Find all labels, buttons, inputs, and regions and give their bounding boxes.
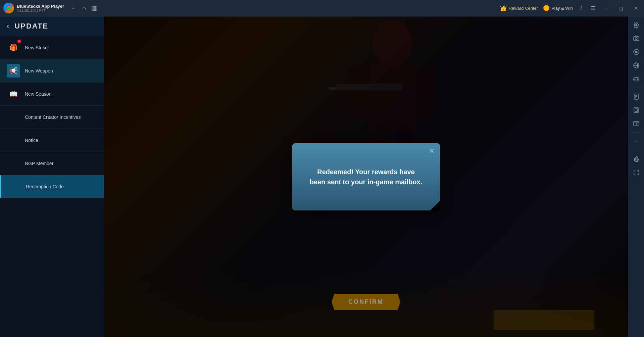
menu-label-content-creator: Content Creator Incentives (25, 114, 81, 120)
modal-close-button[interactable]: ✕ (429, 147, 435, 155)
modal-dialog: ✕ Redeemed! Your rewards have been sent … (292, 143, 440, 210)
home-nav-button[interactable]: ⌂ (82, 5, 86, 12)
toolbar-more-icon[interactable]: ··· (630, 135, 642, 147)
svg-point-33 (635, 158, 637, 160)
toolbar-gamepad-icon[interactable] (630, 73, 642, 85)
notice-icon (7, 134, 20, 147)
multi-instance-button[interactable]: ▦ (91, 4, 97, 12)
toolbar-resize-icon[interactable] (630, 104, 642, 116)
back-nav-button[interactable]: ← (71, 5, 77, 12)
svg-point-10 (635, 24, 637, 26)
dots-label: ··· (634, 139, 638, 144)
main-content: ‹ UPDATE 🎁 New Striker 📢 New Weapon 📖 Ne… (0, 16, 644, 337)
help-icon[interactable]: ? (578, 4, 584, 12)
svg-rect-28 (634, 108, 639, 112)
content-creator-icon (7, 110, 20, 124)
menu-item-notice[interactable]: Notice (0, 129, 104, 152)
menu-item-redemption-code[interactable]: Redemption Code (0, 175, 104, 198)
sidebar-header: ‹ UPDATE (0, 16, 104, 36)
menu-item-ngp-member[interactable]: NGP Member (0, 152, 104, 175)
right-toolbar: ··· (628, 16, 644, 337)
modal-message: Redeemed! Your rewards have been sent to… (309, 167, 423, 187)
menu-label-new-season: New Season (25, 91, 51, 97)
toolbar-settings-icon[interactable] (630, 19, 642, 31)
modal-overlay: ✕ Redeemed! Your rewards have been sent … (104, 16, 628, 337)
title-bar-right: 👑 Reward Center Play & Win ? ☰ − ◻ ✕ (500, 4, 641, 13)
crown-icon: 👑 (500, 5, 507, 11)
app-version: 5.21.101.1002 P64 (17, 9, 64, 12)
play-win-label: Play & Win (551, 6, 573, 11)
sidebar-menu: 🎁 New Striker 📢 New Weapon 📖 New Season … (0, 36, 104, 337)
menu-label-redemption-code: Redemption Code (26, 184, 64, 189)
menu-item-new-striker[interactable]: 🎁 New Striker (0, 36, 104, 59)
new-season-icon: 📖 (7, 87, 20, 101)
reward-center-label: Reward Center (509, 6, 538, 11)
toolbar-globe-icon[interactable] (630, 59, 642, 71)
menu-item-content-creator[interactable]: Content Creator Incentives (0, 106, 104, 129)
toolbar-separator-3 (632, 150, 641, 150)
sidebar-back-button[interactable]: ‹ (7, 22, 9, 31)
play-win-button[interactable]: Play & Win (543, 5, 573, 11)
menu-label-notice: Notice (25, 138, 38, 143)
toolbar-window-icon[interactable] (630, 117, 642, 130)
toolbar-video-icon[interactable] (630, 46, 642, 58)
toolbar-apk-icon[interactable] (630, 91, 642, 103)
menu-label-ngp-member: NGP Member (25, 161, 53, 166)
svg-rect-11 (634, 37, 639, 41)
sidebar-title: UPDATE (14, 22, 48, 31)
svg-point-15 (635, 51, 637, 53)
menu-label-new-weapon: New Weapon (25, 68, 53, 74)
close-button[interactable]: ✕ (631, 5, 641, 11)
menu-item-new-season[interactable]: 📖 New Season (0, 83, 104, 106)
hamburger-menu-icon[interactable]: ☰ (589, 4, 597, 13)
restore-button[interactable]: ◻ (616, 5, 626, 11)
reward-center-button[interactable]: 👑 Reward Center (500, 5, 538, 11)
title-bar: BlueStacks App Player 5.21.101.1002 P64 … (0, 0, 644, 16)
game-area: CONFIRM ✕ Redeemed! Your rewards have be… (104, 16, 628, 337)
toolbar-expand-icon[interactable] (630, 166, 642, 179)
svg-point-22 (637, 79, 638, 79)
svg-rect-29 (635, 109, 638, 111)
bluestacks-logo (3, 3, 14, 13)
new-weapon-icon: 📢 (7, 64, 20, 78)
menu-item-new-weapon[interactable]: 📢 New Weapon (0, 59, 104, 83)
new-striker-icon: 🎁 (7, 41, 20, 54)
coin-icon (543, 5, 549, 11)
app-name: BlueStacks App Player (17, 4, 64, 9)
toolbar-separator-2 (632, 132, 641, 133)
svg-point-12 (635, 38, 637, 40)
menu-label-new-striker: New Striker (25, 45, 49, 50)
minimize-button[interactable]: − (602, 5, 610, 11)
toolbar-gear-icon[interactable] (630, 153, 642, 165)
toolbar-separator-1 (632, 88, 641, 88)
svg-point-23 (638, 79, 638, 80)
notification-dot (17, 40, 21, 43)
sidebar: ‹ UPDATE 🎁 New Striker 📢 New Weapon 📖 Ne… (0, 16, 104, 337)
svg-point-1 (8, 6, 10, 8)
app-name-block: BlueStacks App Player 5.21.101.1002 P64 (17, 4, 64, 12)
redemption-code-icon (8, 180, 21, 193)
nav-controls: ← ⌂ ▦ (71, 4, 97, 12)
toolbar-screenshot-icon[interactable] (630, 33, 642, 45)
ngp-member-icon (7, 157, 20, 170)
